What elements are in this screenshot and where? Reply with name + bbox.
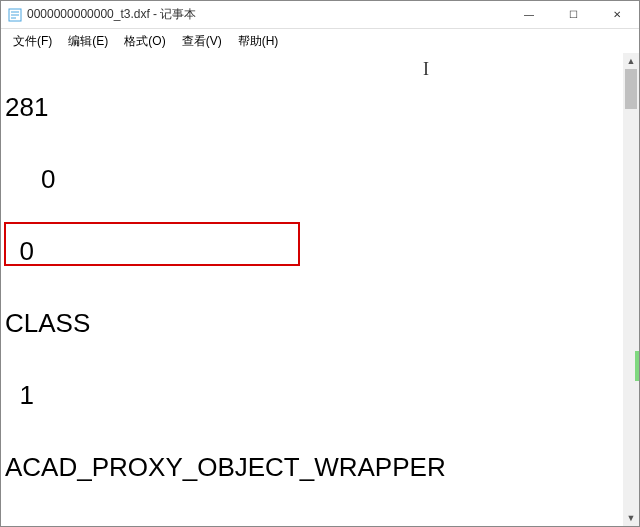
close-button[interactable]: ✕ — [595, 1, 639, 28]
accent-indicator — [635, 351, 639, 381]
text-content[interactable]: 281 0 0 CLASS 1 ACAD_PROXY_OBJECT_WRAPPE… — [1, 53, 639, 526]
scroll-thumb[interactable] — [625, 69, 637, 109]
titlebar: 0000000000000_t3.dxf - 记事本 — ☐ ✕ — [1, 1, 639, 29]
text-line: CLASS — [5, 305, 639, 341]
menu-view[interactable]: 查看(V) — [174, 31, 230, 52]
text-line: 1 — [5, 377, 639, 413]
minimize-button[interactable]: — — [507, 1, 551, 28]
text-line: 0 — [5, 161, 639, 197]
text-editor-area[interactable]: 281 0 0 CLASS 1 ACAD_PROXY_OBJECT_WRAPPE… — [1, 53, 639, 526]
scroll-up-button[interactable]: ▲ — [623, 53, 639, 69]
menu-format[interactable]: 格式(O) — [116, 31, 173, 52]
notepad-icon — [7, 7, 23, 23]
window-title: 0000000000000_t3.dxf - 记事本 — [27, 6, 507, 23]
menu-edit[interactable]: 编辑(E) — [60, 31, 116, 52]
menubar: 文件(F) 编辑(E) 格式(O) 查看(V) 帮助(H) — [1, 29, 639, 53]
menu-file[interactable]: 文件(F) — [5, 31, 60, 52]
text-line: 2 — [5, 521, 639, 526]
scroll-down-button[interactable]: ▼ — [623, 510, 639, 526]
text-line: ACAD_PROXY_OBJECT_WRAPPER — [5, 449, 639, 485]
menu-help[interactable]: 帮助(H) — [230, 31, 287, 52]
text-line: 281 — [5, 89, 639, 125]
window-controls: — ☐ ✕ — [507, 1, 639, 28]
vertical-scrollbar[interactable]: ▲ ▼ — [623, 53, 639, 526]
text-line: 0 — [5, 233, 639, 269]
maximize-button[interactable]: ☐ — [551, 1, 595, 28]
